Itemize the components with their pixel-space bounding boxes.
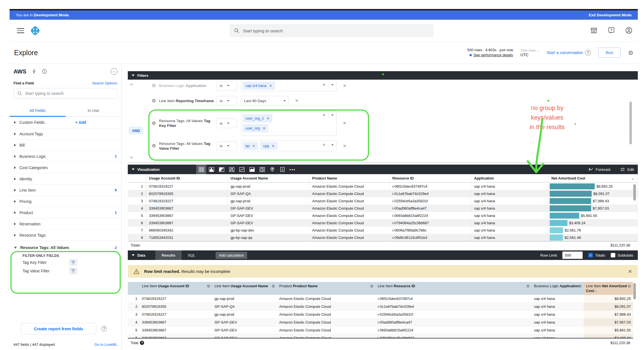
add-calculation-button[interactable]: Add calculation [216, 252, 247, 259]
sidebar-category-item[interactable]: Account Tags [10, 128, 121, 139]
field-search-box[interactable] [14, 88, 117, 99]
timezone-selector[interactable]: Time Zone ⌄ UTC [520, 48, 539, 57]
column-header[interactable]: Net Amortized Cost⌄ [549, 174, 638, 182]
column-gear-icon[interactable]: ⚙ [271, 284, 275, 289]
filter-value-box[interactable]: user_org_1✕ user_org✕ ✕ [241, 111, 337, 136]
see-performance-details-link[interactable]: See performance details [473, 53, 513, 58]
table-row[interactable]: 4 339453903667 GP-SAP-DEV Amazon Elastic… [128, 318, 633, 326]
remove-filter-icon[interactable]: ✕ [295, 98, 299, 103]
tab-in-use[interactable]: In Use [66, 107, 122, 116]
column-header[interactable]: Application [471, 174, 549, 182]
remove-chip-icon[interactable]: ✕ [263, 126, 265, 130]
collapse-caret-icon[interactable] [132, 169, 135, 170]
totals-checkbox[interactable]: ✓Totals [588, 253, 605, 257]
filter-value-box[interactable]: sap s/4 hana✕ ✕ [241, 80, 337, 91]
tab-all-fields[interactable]: All Fields [10, 107, 66, 116]
sidebar-category-item[interactable]: Reservation [10, 218, 121, 229]
remove-chip-icon[interactable]: ✕ [267, 116, 270, 120]
column-header[interactable]: Line Item Usage Account ID⚙ [140, 282, 212, 295]
filter-by-field-icon[interactable] [69, 267, 77, 275]
field-tag-key-filter[interactable]: Tag Key Filter [23, 259, 117, 266]
forecast-button[interactable]: Forecast [588, 167, 611, 172]
field-search-input[interactable] [25, 91, 114, 96]
scroll-down-icon[interactable] [129, 156, 133, 159]
column-header[interactable]: Resource ID [390, 174, 471, 182]
remove-chip-icon[interactable]: ✕ [252, 144, 255, 148]
column-header[interactable]: Product Product Name⚙ [277, 282, 375, 295]
table-row[interactable]: 6 339453903667 GP-SAP-DEV Amazon Elastic… [128, 219, 638, 226]
chart-type-map-icon[interactable] [267, 165, 277, 174]
column-gear-icon[interactable]: ⚙ [627, 284, 631, 289]
global-search-input[interactable] [243, 28, 429, 33]
filter-value-chip[interactable]: sap s/4 hana✕ [243, 82, 275, 90]
column-header-measure[interactable]: Line Item Net Amortized Cost ↓⚙ [584, 282, 633, 295]
account-icon[interactable] [625, 26, 633, 34]
filter-value-chip[interactable]: user_org✕ [243, 124, 268, 132]
filter-settings-gear-icon[interactable]: ⚙ [152, 120, 159, 126]
column-gear-icon[interactable]: ⚙ [578, 284, 582, 289]
table-row[interactable]: 4 339453903667 GP-SAP-DEV Amazon Elastic… [128, 205, 638, 212]
row-limit-input[interactable] [562, 252, 583, 259]
sidebar-category-item[interactable]: Custom Fields + Add [10, 117, 121, 128]
table-row[interactable]: 3 074819319227 gp-sap-prod Amazon Elasti… [128, 197, 638, 205]
collapse-caret-icon[interactable] [132, 254, 135, 256]
filter-operator-select[interactable]: is [217, 96, 237, 106]
chart-type-pie-icon[interactable] [257, 165, 267, 174]
column-header[interactable]: Line Item Resource ID⚙ [375, 282, 532, 295]
clear-values-icon[interactable]: ✕ [320, 113, 328, 117]
table-row[interactable]: 6 339453903667 GP-SAP-DEV Amazon Elastic… [128, 334, 633, 338]
filter-operator-select[interactable]: is [217, 141, 237, 151]
sidebar-category-item[interactable]: Product 1 [10, 207, 121, 218]
chart-type-more-icon[interactable]: ••• [287, 165, 298, 174]
run-button[interactable]: Run [598, 48, 621, 58]
column-gear-icon[interactable]: ⚙ [526, 284, 530, 289]
column-header[interactable]: Line Item Usage Account Name⚙ [212, 282, 277, 295]
help-icon[interactable]: ? [607, 26, 615, 34]
marketplace-icon[interactable] [590, 26, 598, 34]
visualization-scrollbar[interactable] [633, 184, 636, 201]
tab-sql[interactable]: SQL [182, 250, 202, 260]
column-header[interactable]: Business Logic Application⚙ [532, 282, 584, 295]
column-header[interactable]: Usage Account ID [146, 174, 228, 182]
filters-scrollbar[interactable] [629, 102, 632, 144]
chevron-down-icon[interactable]: ⌄ [631, 176, 634, 180]
chart-type-area-icon[interactable] [247, 165, 257, 174]
filter-settings-gear-icon[interactable]: ⚙ [152, 83, 159, 89]
filters-section-header[interactable]: Filters [128, 71, 638, 80]
close-icon[interactable]: ✕ [628, 268, 632, 275]
remove-filter-icon[interactable]: ✕ [343, 143, 346, 149]
chart-type-column-icon[interactable] [206, 165, 216, 174]
clear-values-icon[interactable]: ✕ [320, 82, 328, 87]
column-header[interactable]: Usage Account Name [228, 174, 309, 182]
remove-filter-icon[interactable]: ✕ [343, 83, 346, 88]
field-tag-value-filter[interactable]: Tag Value Filter [23, 267, 117, 275]
sidebar-item-resource-tags-all-values[interactable]: Resource Tags: All Values 2 [14, 244, 117, 252]
filter-settings-gear-icon[interactable]: ⚙ [152, 98, 159, 104]
filter-operator-select[interactable]: is [217, 81, 237, 91]
filter-by-field-icon[interactable] [69, 259, 77, 266]
chart-type-single-value-icon[interactable]: 6 [277, 165, 287, 174]
info-icon[interactable] [42, 69, 47, 74]
go-to-lookml-link[interactable]: Go to LookML [94, 342, 117, 347]
conversation-help-icon[interactable]: ? [585, 50, 591, 55]
sidebar-category-item[interactable]: Line Item 6 [10, 184, 121, 196]
chevron-down-icon[interactable] [331, 144, 334, 146]
filter-timeframe-select[interactable]: Last 90 Days [241, 96, 289, 106]
filter-value-box[interactable]: bp✕ cpg✕ ✕ [241, 140, 337, 151]
remove-filter-icon[interactable]: ✕ [343, 121, 346, 126]
clear-values-icon[interactable]: ✕ [320, 143, 328, 147]
table-row[interactable]: 1 074819319227 gp-sap-prod Amazon Elasti… [128, 183, 638, 190]
chart-type-scatter-icon[interactable] [227, 165, 237, 174]
edit-button[interactable]: Edit [620, 167, 634, 172]
chart-type-line-icon[interactable] [237, 165, 247, 174]
sidebar-category-item[interactable]: Business Logic 1 [10, 151, 121, 162]
menu-hamburger-icon[interactable] [17, 28, 24, 33]
table-row[interactable]: 1 074819319227 gp-sap-prod Amazon Elasti… [128, 295, 633, 303]
sidebar-category-item[interactable]: Resource Tags [10, 229, 121, 241]
chart-type-table-icon[interactable] [196, 165, 206, 174]
filter-value-chip[interactable]: bp✕ [243, 142, 258, 150]
create-report-from-fields-button[interactable]: Create report from fields [21, 323, 96, 334]
table-row[interactable]: 5 339453903667 GP-SAP-DEV Amazon Elastic… [128, 212, 638, 219]
chevron-down-icon[interactable] [331, 84, 334, 86]
table-row[interactable]: 3 074819319227 gp-sap-prod Amazon Elasti… [128, 311, 633, 318]
